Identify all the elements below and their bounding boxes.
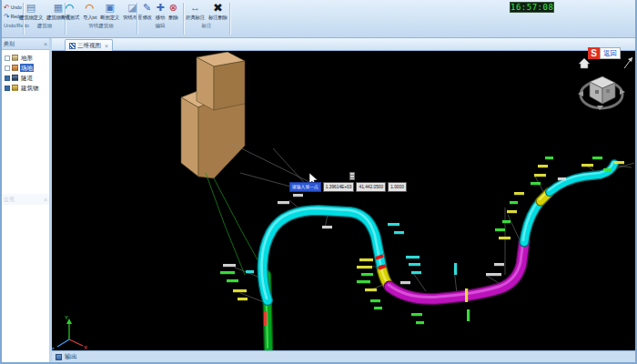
view-cube[interactable]: [578, 76, 625, 110]
group-pipelines-label: 管线建筑物: [88, 23, 114, 29]
pipe-annotation: [510, 201, 518, 204]
scene-canvas[interactable]: Y X Z: [52, 51, 637, 350]
pipe-annotation: [454, 263, 457, 275]
group-edit-label: 编辑: [156, 23, 166, 29]
building-define-button[interactable]: ▤ 建筑物定义: [18, 2, 44, 21]
annotation-delete-label: 标注删除: [208, 15, 228, 21]
pipe-annotation: [359, 258, 373, 261]
section-define-icon: ▣: [105, 2, 114, 15]
site-checkbox[interactable]: [5, 66, 10, 71]
ribbon-separator: [136, 3, 137, 35]
pipe-annotation: [227, 279, 238, 282]
modify-label: 修改: [142, 15, 151, 21]
tab-3d-view[interactable]: 三维视图 ×: [65, 39, 113, 51]
delete-icon: ⊗: [169, 2, 177, 15]
group-edit: ✎ 修改 ✚ 移动 ⊗ 删除 编辑: [138, 2, 182, 36]
axis-y-label: Y: [65, 315, 68, 320]
pipe-annotation: [486, 273, 501, 276]
tree-panel-header: 类别 ×: [2, 38, 49, 50]
tab-close-icon[interactable]: ×: [105, 43, 108, 49]
coordinate-stack-icon: [349, 172, 355, 180]
pipe-annotation: [322, 226, 332, 228]
home-icon[interactable]: [579, 58, 590, 68]
redo-icon: ↷: [4, 13, 10, 21]
pipe-annotation: [220, 271, 235, 274]
undo-icon: ↶: [4, 4, 10, 12]
view-3d-icon: [69, 43, 76, 49]
tab-3d-view-label: 三维视图: [77, 42, 101, 50]
pipe-annotation: [409, 263, 420, 266]
terrain-icon: [12, 55, 18, 61]
pipe-annotation: [614, 161, 624, 164]
building-icon: [12, 85, 18, 91]
back-button[interactable]: S 返回: [588, 47, 621, 59]
model-tree-panel: 类别 × 地形 场地 隧道 建筑物: [2, 38, 52, 362]
pipe-annotation: [264, 311, 267, 326]
terrain-checkbox[interactable]: [5, 56, 10, 61]
red-segment-marker: [376, 256, 383, 258]
delete-button[interactable]: ⊗ 删除: [167, 2, 178, 21]
s-logo: S: [588, 47, 600, 59]
pipe-annotation: [411, 313, 422, 316]
output-panel-bar[interactable]: 输出: [52, 350, 637, 362]
section-define-button[interactable]: ▣ 断面定义: [99, 2, 120, 21]
import-txt-button[interactable]: ◠ 导入txt: [82, 2, 97, 21]
pipe-annotation: [495, 228, 505, 231]
tree-panel-title: 类别: [4, 40, 15, 48]
document-tab-bar: 三维视图 ×: [52, 38, 637, 51]
section-define-label: 断面定义: [100, 15, 119, 21]
building-define-label: 建筑物定义: [19, 15, 43, 21]
tunnel-icon: [12, 75, 18, 81]
building-3d-model: [181, 97, 198, 177]
output-icon: [56, 354, 62, 360]
monitor-panel-close-icon[interactable]: ×: [44, 197, 47, 203]
group-pipelines: ◠ 管线测试 ◠ 导入txt ▣ 断面定义 ◪ 管线布置 管线建筑物: [66, 2, 136, 36]
move-button[interactable]: ✚ 移动: [155, 2, 166, 21]
ribbon-separator: [183, 3, 184, 35]
distance-annotate-button[interactable]: ↔ 距离标注: [185, 2, 206, 21]
annotation-delete-x-icon: ✖: [213, 2, 223, 15]
pipe-annotation: [534, 174, 546, 177]
tunnel-checkbox[interactable]: [5, 76, 10, 81]
pipeline-test-icon: ◠: [66, 2, 75, 15]
tree-panel-close-icon[interactable]: ×: [44, 41, 47, 47]
pipe-annotation: [388, 223, 399, 226]
pipe-annotation: [507, 210, 517, 213]
tree-item-tunnel[interactable]: 隧道: [2, 73, 52, 83]
ribbon-separator: [229, 3, 230, 35]
command-tooltip: 请输入第一点 1.39614E+03 41,442.0500 1.0000: [289, 182, 407, 192]
move-label: 移动: [156, 15, 165, 21]
red-segment-marker: [379, 266, 386, 268]
tree-item-site[interactable]: 场地: [2, 63, 52, 73]
digital-clock: 16:57:08: [510, 2, 554, 13]
modify-pencil-icon: ✎: [143, 2, 151, 15]
compass-arrow-icon: [624, 57, 632, 68]
building-checkbox[interactable]: [5, 86, 10, 91]
command-prompt: 请输入第一点: [289, 182, 321, 192]
pipe-annotation: [238, 298, 248, 300]
modify-button[interactable]: ✎ 修改: [141, 2, 152, 21]
building-3d-model: [198, 100, 245, 178]
pipe-annotation: [400, 281, 410, 284]
leader-line: [232, 144, 315, 185]
ribbon-toolbar: ↶ Undo ↷ Redo Undo/Redo ▤ 建筑物定义 ▦ 建筑物布置: [2, 0, 637, 38]
application-window: ↶ Undo ↷ Redo Undo/Redo ▤ 建筑物定义 ▦ 建筑物布置: [0, 0, 637, 364]
tree-item-terrain[interactable]: 地形: [2, 53, 52, 63]
back-button-label: 返回: [600, 47, 621, 59]
delete-label: 删除: [168, 15, 177, 21]
pipeline-test-button[interactable]: ◠ 管线测试: [59, 2, 80, 21]
tree-item-building[interactable]: 建筑物: [2, 83, 52, 93]
pipeline-test-label: 管线测试: [60, 15, 79, 21]
pipe-annotation: [465, 288, 468, 302]
output-label: 输出: [65, 352, 77, 361]
pipe-annotation: [357, 280, 370, 283]
annotation-delete-button[interactable]: ✖ 标注删除: [207, 2, 228, 21]
move-arrows-icon: ✚: [156, 2, 164, 15]
pipe-segment: [263, 210, 382, 300]
pipe-annotation: [246, 270, 254, 273]
building-define-icon: ▤: [26, 2, 35, 15]
pipe-annotation: [581, 164, 593, 167]
pipe-annotation: [411, 271, 421, 274]
pipe-annotation: [416, 321, 424, 324]
group-annotation: ↔ 距离标注 ✖ 标注删除 标注: [185, 2, 228, 36]
